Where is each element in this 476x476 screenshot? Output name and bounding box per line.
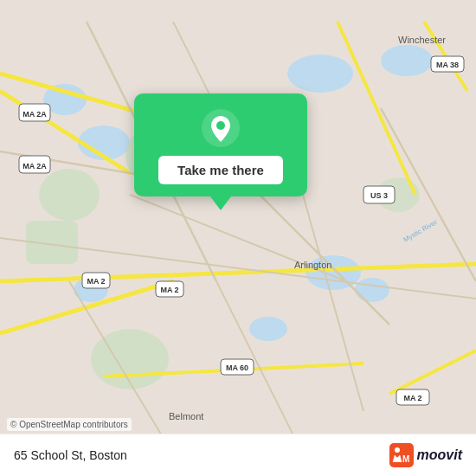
map-background: MA 2A MA 2A MA 2 MA 2 US 3 MA 38 MA 60 M…	[0, 0, 476, 476]
svg-point-55	[395, 447, 400, 453]
moovit-logo-icon: M	[389, 443, 414, 467]
svg-point-7	[249, 317, 287, 341]
svg-text:Arlington: Arlington	[294, 260, 331, 270]
bottom-bar: 65 School St, Boston M moovit	[0, 434, 476, 476]
moovit-logo: M moovit	[389, 443, 462, 467]
moovit-brand-text: moovit	[417, 447, 462, 463]
svg-point-10	[39, 169, 100, 221]
svg-text:US 3: US 3	[370, 191, 388, 200]
svg-text:MA 38: MA 38	[436, 61, 459, 69]
take-me-there-button[interactable]: Take me there	[158, 156, 283, 184]
location-popup: Take me there	[134, 93, 307, 196]
svg-point-53	[216, 121, 225, 130]
osm-attribution: © OpenStreetMap contributors	[7, 418, 132, 431]
svg-text:Belmont: Belmont	[169, 411, 203, 421]
svg-text:MA 2: MA 2	[403, 394, 421, 402]
svg-rect-54	[389, 443, 414, 467]
map-container: MA 2A MA 2A MA 2 MA 2 US 3 MA 38 MA 60 M…	[0, 0, 476, 476]
svg-text:MA 2: MA 2	[160, 286, 178, 294]
address-label: 65 School St, Boston	[14, 448, 127, 462]
svg-point-2	[381, 45, 433, 76]
svg-text:MA 60: MA 60	[226, 363, 248, 372]
svg-point-6	[355, 278, 389, 302]
svg-point-1	[287, 55, 353, 93]
location-pin-icon	[202, 109, 240, 147]
svg-text:Winchester: Winchester	[398, 35, 446, 45]
svg-text:MA 2A: MA 2A	[23, 162, 47, 170]
svg-text:MA 2: MA 2	[87, 277, 105, 286]
svg-text:MA 2A: MA 2A	[23, 110, 47, 119]
svg-text:M: M	[402, 454, 409, 464]
